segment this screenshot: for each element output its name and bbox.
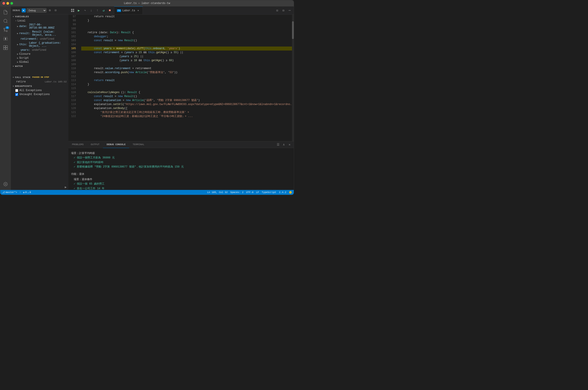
call-stack-header[interactable]: ▾ CALL STACK PAUSED ON STEP: [11, 75, 68, 80]
console-section-3: 場景：退休條件: [71, 177, 291, 182]
close-button[interactable]: [2, 2, 5, 5]
breakpoint-all-exceptions[interactable]: All Exceptions: [11, 88, 68, 93]
variables-section: ▾ VARIABLES ▾ Local ▶ date: 2017-06-30T1…: [11, 14, 68, 64]
svg-rect-12: [71, 11, 72, 12]
tree-retirement[interactable]: retirement: undefined: [11, 37, 68, 41]
restart-button[interactable]: ↺: [101, 8, 106, 13]
maximize-button[interactable]: [10, 2, 13, 5]
collapse-icon[interactable]: ∧: [281, 142, 286, 147]
spaces-status[interactable]: Spaces: 2: [230, 191, 243, 194]
console-section-1: 場景：計算平均時薪: [71, 151, 291, 155]
settings-icon[interactable]: [1, 180, 9, 188]
code-line-120: explanation.setBody([: [81, 106, 292, 110]
svg-point-2: [6, 31, 7, 32]
code-line-116: calculateHourlyWages (): Result {: [81, 90, 292, 95]
errors-status[interactable]: ⊗ 0 ⚠ 0: [23, 191, 31, 194]
status-bar-right: Ln 105, Col 32 Spaces: 2 UTF-8 LF TypeSc…: [207, 191, 292, 194]
debug-terminal-button[interactable]: ⊡: [53, 8, 58, 13]
sync-status[interactable]: ↑: [19, 191, 21, 194]
encoding-status[interactable]: UTF-8: [246, 191, 253, 194]
tree-closure[interactable]: ▶ Closure: [11, 52, 68, 56]
toggle-panel-icon[interactable]: ⊟: [281, 8, 286, 13]
status-bar-left: ⎇ master*+ ↑ ⊗ 0 ⚠ 0: [2, 191, 31, 194]
call-stack-item-retire[interactable]: retire Labor.ts 105:32: [11, 80, 68, 84]
tree-local-group[interactable]: ▾ Local: [11, 19, 68, 23]
close-tab-button[interactable]: ×: [136, 9, 140, 12]
source-control-icon[interactable]: 5: [1, 26, 9, 34]
editor-top-right: ⊡ ⊟ ⋯: [273, 8, 294, 13]
watch-header[interactable]: ▾ WATCH: [11, 64, 68, 68]
breakpoints-header[interactable]: ▾ BREAKPOINTS: [11, 84, 68, 88]
tab-problems[interactable]: PROBLEMS: [68, 141, 87, 148]
vertical-scrollbar[interactable]: [292, 15, 294, 141]
code-line-102: debugger;: [81, 35, 292, 39]
scrollbar-thumb[interactable]: [292, 21, 294, 39]
tree-date[interactable]: ▶ date: 2017-06-30T16:00:00.000Z: [11, 23, 68, 30]
grid-icon[interactable]: [70, 8, 75, 13]
smiley-status[interactable]: 😊: [289, 191, 292, 194]
breakpoint-uncaught-exceptions[interactable]: Uncaught Exceptions: [11, 93, 68, 97]
more-actions-icon[interactable]: ⋯: [287, 8, 292, 13]
minimize-button[interactable]: [6, 2, 9, 5]
code-line-113: return result: [81, 78, 292, 82]
code-line-98: }: [81, 19, 292, 23]
extensions-icon[interactable]: [1, 44, 9, 52]
filter-icon[interactable]: ☰: [276, 142, 280, 147]
code-content[interactable]: return result } retire (date: Date): Res…: [79, 15, 292, 141]
tree-script[interactable]: ▶ Script: [11, 56, 68, 60]
debug-config-button[interactable]: ⚙: [47, 8, 52, 13]
tree-this[interactable]: ▶ this: Labor {_graduations: Object, ...: [11, 41, 68, 48]
close-panel-icon[interactable]: ✕: [287, 142, 292, 147]
code-line-109: [81, 62, 292, 66]
split-editor-icon[interactable]: ⊡: [275, 8, 280, 13]
debug-config-select[interactable]: Debug: [27, 8, 46, 13]
git-branch-status[interactable]: ⎇ master*+: [2, 191, 17, 194]
tab-debug-console[interactable]: DEBUG CONSOLE: [103, 141, 129, 148]
ts-version-status[interactable]: 2.4.2: [279, 191, 286, 194]
tab-labor-ts[interactable]: TS Labor.ts ×: [114, 6, 143, 14]
cursor-position-status[interactable]: Ln 105, Col 32: [207, 191, 228, 194]
debug-console-content[interactable]: 場景：計算平均時薪 ✓ 假設一個勞工月薪為 36000 元 ✓ 當計算他的平均時…: [68, 148, 294, 190]
sidebar-bottom: ▶: [11, 184, 68, 190]
all-exceptions-checkbox[interactable]: [15, 89, 18, 92]
debug-toolbar: DEBUG Debug ⚙ ⊡: [11, 6, 68, 14]
code-line-97: return result: [81, 15, 292, 19]
svg-rect-13: [73, 11, 74, 12]
line-ending-status[interactable]: LF: [256, 191, 259, 194]
search-icon[interactable]: [1, 17, 9, 25]
console-check-4: ✓ 假設一個 65 歲的勞工: [71, 182, 291, 186]
code-line-122: '24條規定計給証時工資；基補以統計証時工資之「平日每小時工資額」+ ...: [81, 114, 292, 118]
code-line-104: [81, 43, 292, 47]
main-area: 5: [0, 6, 294, 190]
svg-rect-8: [6, 48, 7, 50]
tree-global[interactable]: ▶ Global: [11, 60, 68, 64]
files-icon[interactable]: [1, 8, 9, 16]
step-out-button[interactable]: ↑: [95, 8, 100, 13]
console-section-2: 功能：退休: [71, 172, 291, 176]
debug-label: DEBUG: [13, 9, 20, 12]
tree-years[interactable]: years: undefined: [11, 48, 68, 52]
tree-result[interactable]: ▶ result: Result {value: Object, acca...: [11, 30, 68, 37]
debug-play-button[interactable]: [22, 8, 26, 12]
debug-controls: ▶ ↷ ↓ ↑ ↺ ■: [68, 6, 114, 14]
expand-button[interactable]: ▶: [11, 184, 68, 190]
continue-button[interactable]: ▶: [76, 8, 81, 13]
variables-header[interactable]: ▾ VARIABLES: [11, 14, 68, 19]
svg-rect-6: [6, 46, 7, 48]
tab-output[interactable]: OUTPUT: [87, 141, 103, 148]
svg-point-4: [5, 38, 6, 39]
language-status[interactable]: TypeScript: [262, 191, 276, 194]
code-line-112: [81, 74, 292, 78]
debug-icon[interactable]: [1, 35, 9, 43]
svg-point-0: [4, 19, 7, 23]
step-over-button[interactable]: ↷: [82, 8, 87, 13]
uncaught-exceptions-checkbox[interactable]: [15, 93, 18, 96]
step-into-button[interactable]: ↓: [89, 8, 94, 13]
traffic-lights: [2, 2, 13, 5]
bottom-tab-actions: ☰ ∧ ✕: [274, 142, 294, 147]
tab-terminal[interactable]: TERMINAL: [129, 141, 148, 148]
code-line-118: const explanation = new Article('函釋', '勞…: [81, 98, 292, 102]
stop-button[interactable]: ■: [107, 8, 112, 13]
svg-rect-5: [3, 46, 5, 48]
code-line-108: (years ≥ 10 && this.getAge() ≥ 60): [81, 58, 292, 62]
